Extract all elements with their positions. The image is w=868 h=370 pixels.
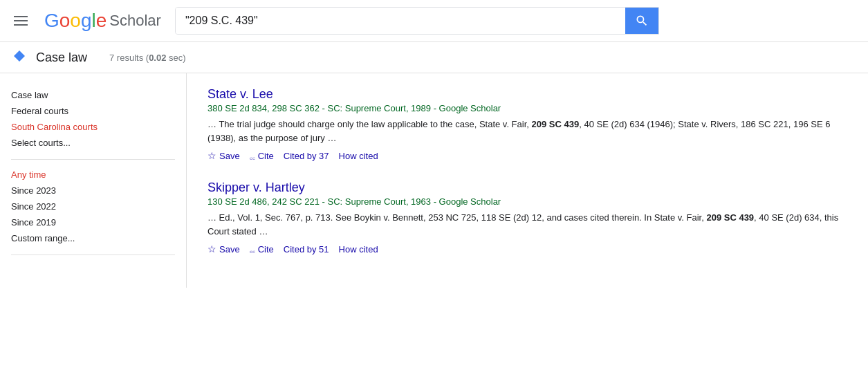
result-actions-1: ☆ Save ꜀꜀ Cite Cited by 37 How cited xyxy=(207,150,847,161)
sidebar-item-since2023[interactable]: Since 2023 xyxy=(11,183,175,198)
result-meta-2: 130 SE 2d 486, 242 SC 221 - SC: Supreme … xyxy=(207,196,847,207)
cited-by-2[interactable]: Cited by 51 xyxy=(284,244,329,255)
results-list: State v. Lee 380 SE 2d 834, 298 SC 362 -… xyxy=(187,73,868,288)
result-snippet-2: … Ed., Vol. 1, Sec. 767, p. 713. See Boy… xyxy=(207,211,847,238)
result-title-1[interactable]: State v. Lee xyxy=(207,87,273,101)
result-meta-1: 380 SE 2d 834, 298 SC 362 - SC: Supreme … xyxy=(207,103,847,113)
subheader: Case law 7 results (0.02 sec) xyxy=(0,42,868,73)
result-actions-2: ☆ Save ꜀꜀ Cite Cited by 51 How cited xyxy=(207,243,847,255)
star-icon-2: ☆ xyxy=(207,243,216,255)
result-item-1: State v. Lee 380 SE 2d 834, 298 SC 362 -… xyxy=(207,87,847,161)
results-count: 7 results (0.02 sec) xyxy=(109,53,186,63)
caselaw-icon xyxy=(11,49,28,66)
sidebar-item-caselaw[interactable]: Case law xyxy=(11,87,175,103)
menu-icon[interactable] xyxy=(11,13,30,28)
main-layout: Case law Federal courts South Carolina c… xyxy=(0,73,868,288)
cite-icon-1: ꜀꜀ xyxy=(250,151,255,160)
sidebar-item-since2022[interactable]: Since 2022 xyxy=(11,198,175,214)
result-item-2: Skipper v. Hartley 130 SE 2d 486, 242 SC… xyxy=(207,181,847,255)
how-cited-1[interactable]: How cited xyxy=(339,151,378,161)
cite-button-1[interactable]: ꜀꜀ Cite xyxy=(250,151,274,161)
logo-google: Google xyxy=(44,10,107,32)
cited-by-1[interactable]: Cited by 37 xyxy=(284,151,329,161)
logo-scholar: Scholar xyxy=(109,12,161,30)
how-cited-2[interactable]: How cited xyxy=(339,244,378,255)
sidebar-divider-2 xyxy=(11,255,175,255)
sidebar: Case law Federal courts South Carolina c… xyxy=(0,73,187,288)
sidebar-item-sc[interactable]: South Carolina courts xyxy=(11,119,175,135)
sidebar-item-since2019[interactable]: Since 2019 xyxy=(11,214,175,230)
star-icon-1: ☆ xyxy=(207,150,216,161)
save-button-2[interactable]: ☆ Save xyxy=(207,243,240,255)
logo: Google Scholar xyxy=(44,10,161,32)
search-input[interactable] xyxy=(176,8,625,34)
sidebar-item-anytime[interactable]: Any time xyxy=(11,167,175,183)
sidebar-divider-1 xyxy=(11,159,175,160)
sidebar-item-select[interactable]: Select courts... xyxy=(11,135,175,151)
save-button-1[interactable]: ☆ Save xyxy=(207,150,240,161)
sidebar-section-time: Any time Since 2023 Since 2022 Since 201… xyxy=(11,167,175,246)
search-button[interactable] xyxy=(625,8,658,34)
cite-icon-2: ꜀꜀ xyxy=(250,244,255,254)
result-title-2[interactable]: Skipper v. Hartley xyxy=(207,181,305,194)
sidebar-section-courts: Case law Federal courts South Carolina c… xyxy=(11,87,175,151)
result-snippet-1: … The trial judge should charge only the… xyxy=(207,118,847,145)
header: Google Scholar xyxy=(0,0,868,42)
subheader-title: Case law xyxy=(36,50,87,65)
search-bar xyxy=(175,7,659,35)
sidebar-item-federal[interactable]: Federal courts xyxy=(11,103,175,119)
sidebar-item-custom[interactable]: Custom range... xyxy=(11,230,175,246)
cite-button-2[interactable]: ꜀꜀ Cite xyxy=(250,244,274,255)
